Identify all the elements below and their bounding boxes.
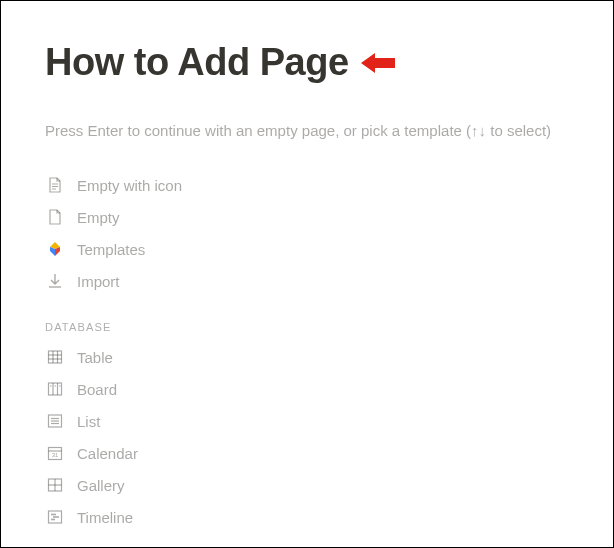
- database-option-gallery[interactable]: Gallery: [45, 469, 569, 501]
- option-label: Empty: [77, 209, 120, 226]
- database-section-label: DATABASE: [45, 321, 569, 333]
- calendar-icon: 31: [45, 443, 65, 463]
- document-icon: [45, 207, 65, 227]
- svg-rect-9: [49, 351, 62, 363]
- templates-icon: [45, 239, 65, 259]
- database-option-calendar[interactable]: 31 Calendar: [45, 437, 569, 469]
- annotation-arrow-icon: [359, 50, 399, 76]
- option-label: List: [77, 413, 100, 430]
- option-label: Templates: [77, 241, 145, 258]
- svg-text:31: 31: [52, 452, 59, 458]
- option-empty[interactable]: Empty: [45, 201, 569, 233]
- option-label: Board: [77, 381, 117, 398]
- table-icon: [45, 347, 65, 367]
- option-import[interactable]: Import: [45, 265, 569, 297]
- svg-marker-0: [361, 53, 395, 73]
- svg-rect-14: [49, 383, 62, 395]
- timeline-icon: [45, 507, 65, 527]
- page-title[interactable]: How to Add Page: [45, 41, 349, 84]
- database-option-table[interactable]: Table: [45, 341, 569, 373]
- gallery-icon: [45, 475, 65, 495]
- option-label: Calendar: [77, 445, 138, 462]
- option-label: Timeline: [77, 509, 133, 526]
- board-icon: [45, 379, 65, 399]
- database-option-board[interactable]: Board: [45, 373, 569, 405]
- option-label: Gallery: [77, 477, 125, 494]
- list-icon: [45, 411, 65, 431]
- option-templates[interactable]: Templates: [45, 233, 569, 265]
- document-with-icon-icon: [45, 175, 65, 195]
- option-label: Import: [77, 273, 120, 290]
- database-option-list[interactable]: List: [45, 405, 569, 437]
- database-option-timeline[interactable]: Timeline: [45, 501, 569, 533]
- import-icon: [45, 271, 65, 291]
- hint-text: Press Enter to continue with an empty pa…: [45, 122, 569, 139]
- option-label: Table: [77, 349, 113, 366]
- option-label: Empty with icon: [77, 177, 182, 194]
- option-empty-with-icon[interactable]: Empty with icon: [45, 169, 569, 201]
